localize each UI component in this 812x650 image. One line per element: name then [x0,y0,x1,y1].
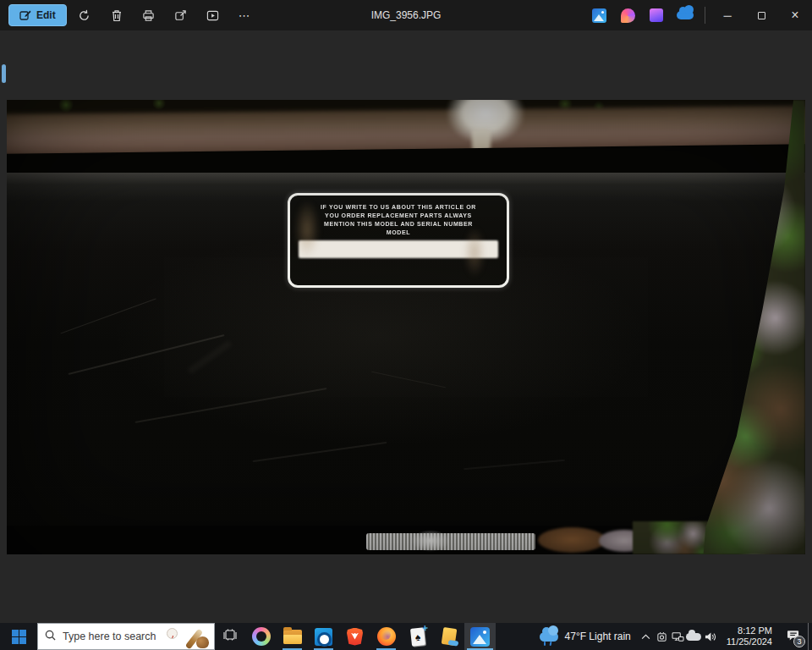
solitaire-card-icon: ♠ [409,627,425,647]
label-dirt-smudge [464,227,486,278]
firefox-icon [377,627,396,646]
copilot-icon [252,627,271,646]
photo-brown-leaf [538,527,606,553]
system-tray: 47°F Light rain [533,623,812,650]
share-button[interactable] [167,3,195,27]
search-doodle-baseball [165,626,209,648]
clipchamp-app-button[interactable] [642,3,671,27]
brave-icon [347,628,363,646]
weather-rain-icon [540,632,558,642]
show-desktop-button[interactable] [808,623,812,650]
taskbar: ♠ 47°F Light rain [0,623,812,650]
more-icon: ⋯ [239,8,252,22]
windows-logo-icon [12,630,26,644]
baseball-glove-icon [196,636,209,648]
slideshow-icon [206,9,219,22]
delete-button[interactable] [102,3,131,27]
titlebar-right: ─ × [584,0,812,30]
taskbar-app-notes[interactable] [433,623,464,650]
file-explorer-icon [283,630,302,644]
edit-button[interactable]: Edit [8,4,67,26]
label-line-2: YOU ORDER REPLACEMENT PARTS ALWAYS [297,212,500,220]
volume-icon [704,631,716,642]
raindrop-icon [549,641,551,645]
photo-viewer-content: IF YOU WRITE TO US ABOUT THIS ARTICLE OR… [0,30,812,623]
print-button[interactable] [134,3,163,27]
clock-time: 8:12 PM [727,625,772,636]
device-icon [656,631,667,642]
printer-icon [142,9,155,22]
hidden-icons-button[interactable] [638,623,654,650]
taskbar-app-file-explorer[interactable] [277,623,308,650]
edit-pencil-icon [19,9,31,21]
photos-icon [592,8,606,23]
taskbar-app-brave[interactable] [339,623,370,650]
designer-icon [621,8,635,23]
maximize-button[interactable] [744,0,778,30]
start-button[interactable] [0,623,37,650]
clock-date: 11/25/2024 [727,636,772,647]
minimize-button[interactable]: ─ [710,0,744,30]
notification-center-button[interactable]: 3 [779,623,808,650]
taskbar-clock[interactable]: 8:12 PM 11/25/2024 [718,625,779,647]
see-more-button[interactable]: ⋯ [231,3,260,27]
onedrive-tray-button[interactable] [686,623,702,650]
weather-widget[interactable]: 47°F Light rain [533,631,638,642]
label-line-1: IF YOU WRITE TO US ABOUT THIS ARTICLE OR [297,203,500,212]
clipchamp-icon [650,8,663,22]
task-view-button[interactable] [215,623,245,650]
taskbar-apps: ♠ [245,623,496,650]
search-input[interactable] [63,631,156,642]
taskbar-app-copilot[interactable] [245,623,277,650]
designer-app-button[interactable] [613,3,642,27]
tray-device-button[interactable] [654,623,670,650]
taskbar-app-firefox[interactable] [370,623,402,650]
network-icon [672,631,684,642]
rotate-icon [78,9,91,22]
raindrop-icon [544,642,546,646]
outlook-icon [315,628,332,646]
taskbar-app-photos[interactable] [464,623,496,650]
notes-icon [441,627,457,646]
maximize-icon [758,12,765,19]
taskbar-app-solitaire[interactable]: ♠ [402,623,433,650]
edit-button-label: Edit [36,9,56,21]
share-icon [174,9,187,22]
notification-count-badge: 3 [793,636,805,647]
close-button[interactable]: × [778,0,812,30]
onedrive-app-button[interactable] [671,3,700,27]
baseball-icon [167,628,178,639]
taskbar-search[interactable] [37,623,215,650]
onedrive-cloud-icon [677,11,694,19]
volume-button[interactable] [702,623,718,650]
photos-app-button[interactable] [584,3,613,27]
photo-rod-highlight [411,530,450,552]
slideshow-button[interactable] [199,3,228,27]
network-button[interactable] [670,623,686,650]
task-view-icon [223,628,237,645]
label-dirt-smudge [294,200,320,259]
photo-toolbar: Edit [0,3,260,27]
titlebar-divider [705,7,705,24]
search-icon [45,629,56,644]
weather-text: 47°F Light rain [565,631,631,642]
taskbar-app-outlook[interactable] [308,623,339,650]
onedrive-tray-cloud-icon [686,633,701,641]
photo-canvas[interactable]: IF YOU WRITE TO US ABOUT THIS ARTICLE OR… [7,100,805,554]
titlebar: Edit [0,0,812,30]
photo-threaded-rod [366,533,535,550]
chevron-up-icon [641,634,650,640]
trash-icon [111,9,123,22]
rotate-button[interactable] [70,3,99,27]
scroll-indicator[interactable] [2,64,6,83]
photos-taskbar-icon [470,627,490,647]
